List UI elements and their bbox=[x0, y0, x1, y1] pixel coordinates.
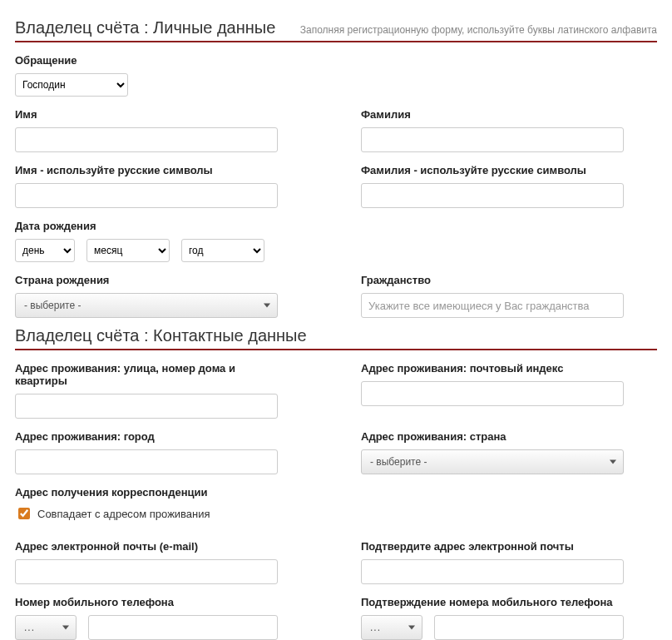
corr-addr-same-checkbox[interactable] bbox=[18, 508, 30, 519]
corr-addr-same-text: Совпадает с адресом проживания bbox=[37, 508, 210, 520]
birth-country-field: Страна рождения - выберите - bbox=[15, 274, 278, 318]
dob-field: Дата рождения день месяц год bbox=[15, 220, 657, 262]
addr-zip-field: Адрес проживания: почтовый индекс bbox=[361, 362, 624, 419]
salutation-label: Обращение bbox=[15, 54, 657, 67]
email-confirm-label: Подтвердите адрес электронной почты bbox=[361, 540, 624, 553]
chevron-down-icon bbox=[408, 626, 415, 630]
birth-country-label: Страна рождения bbox=[15, 274, 278, 286]
addr-country-field: Адрес проживания: страна - выберите - bbox=[361, 430, 624, 474]
addr-city-input[interactable] bbox=[15, 449, 278, 474]
addr-street-label: Адрес проживания: улица, номер дома и кв… bbox=[15, 362, 278, 387]
last-name-input[interactable] bbox=[361, 127, 624, 152]
corr-addr-field: Адрес получения корреспонденции Совпадае… bbox=[15, 486, 657, 528]
addr-zip-label: Адрес проживания: почтовый индекс bbox=[361, 362, 624, 375]
first-name-ru-label: Имя - используйте русские символы bbox=[15, 164, 278, 176]
citizenship-input[interactable] bbox=[361, 293, 624, 318]
email-field: Адрес электронной почты (e-mail) bbox=[15, 540, 278, 584]
first-name-ru-input[interactable] bbox=[15, 183, 278, 208]
mobile-confirm-input[interactable] bbox=[434, 615, 624, 640]
section-personal-header: Владелец счёта : Личные данные Заполняя … bbox=[15, 18, 657, 42]
birth-country-select[interactable]: - выберите - bbox=[15, 293, 278, 318]
first-name-field: Имя bbox=[15, 108, 278, 152]
addr-street-field: Адрес проживания: улица, номер дома и кв… bbox=[15, 362, 278, 419]
addr-city-label: Адрес проживания: город bbox=[15, 430, 278, 443]
chevron-down-icon bbox=[62, 626, 69, 630]
citizenship-field: Гражданство bbox=[361, 274, 624, 318]
last-name-field: Фамилия bbox=[361, 108, 624, 152]
email-confirm-field: Подтвердите адрес электронной почты bbox=[361, 540, 624, 584]
mobile-label: Номер мобильного телефона bbox=[15, 596, 278, 608]
dob-day-select[interactable]: день bbox=[15, 239, 75, 262]
mobile-field: Номер мобильного телефона ... bbox=[15, 596, 278, 640]
dob-year-select[interactable]: год bbox=[181, 239, 264, 262]
addr-country-select[interactable]: - выберите - bbox=[361, 449, 624, 474]
section-personal-hint: Заполняя регистрационную форму, использу… bbox=[300, 24, 657, 36]
email-label: Адрес электронной почты (e-mail) bbox=[15, 540, 278, 553]
corr-addr-label: Адрес получения корреспонденции bbox=[15, 486, 657, 499]
first-name-ru-field: Имя - используйте русские символы bbox=[15, 164, 278, 208]
addr-zip-input[interactable] bbox=[361, 381, 624, 406]
section-personal-title: Владелец счёта : Личные данные bbox=[15, 18, 275, 37]
salutation-field: Обращение Господин bbox=[15, 54, 657, 97]
addr-street-input[interactable] bbox=[15, 394, 278, 419]
mobile-confirm-label: Подтверждение номера мобильного телефона bbox=[361, 596, 624, 608]
addr-country-label: Адрес проживания: страна bbox=[361, 430, 624, 443]
last-name-ru-input[interactable] bbox=[361, 183, 624, 208]
addr-city-field: Адрес проживания: город bbox=[15, 430, 278, 474]
mobile-prefix-select[interactable]: ... bbox=[15, 615, 77, 640]
last-name-ru-label: Фамилия - используйте русские символы bbox=[361, 164, 624, 176]
dob-month-select[interactable]: месяц bbox=[86, 239, 170, 262]
mobile-prefix-value: ... bbox=[24, 622, 35, 633]
salutation-select[interactable]: Господин bbox=[15, 73, 128, 97]
mobile-confirm-prefix-select[interactable]: ... bbox=[361, 615, 422, 640]
dob-label: Дата рождения bbox=[15, 220, 657, 232]
mobile-confirm-prefix-value: ... bbox=[370, 622, 381, 633]
first-name-input[interactable] bbox=[15, 127, 278, 152]
last-name-label: Фамилия bbox=[361, 108, 624, 121]
email-input[interactable] bbox=[15, 559, 278, 584]
first-name-label: Имя bbox=[15, 108, 278, 121]
last-name-ru-field: Фамилия - используйте русские символы bbox=[361, 164, 624, 208]
chevron-down-icon bbox=[610, 460, 616, 464]
birth-country-value: - выберите - bbox=[24, 300, 81, 311]
section-contact-header: Владелец счёта : Контактные данные bbox=[15, 326, 657, 350]
section-contact-title: Владелец счёта : Контактные данные bbox=[15, 326, 307, 345]
chevron-down-icon bbox=[264, 304, 270, 308]
addr-country-value: - выберите - bbox=[370, 456, 427, 468]
mobile-input[interactable] bbox=[88, 615, 278, 640]
mobile-confirm-field: Подтверждение номера мобильного телефона… bbox=[361, 596, 624, 640]
citizenship-label: Гражданство bbox=[361, 274, 624, 286]
email-confirm-input[interactable] bbox=[361, 559, 624, 584]
